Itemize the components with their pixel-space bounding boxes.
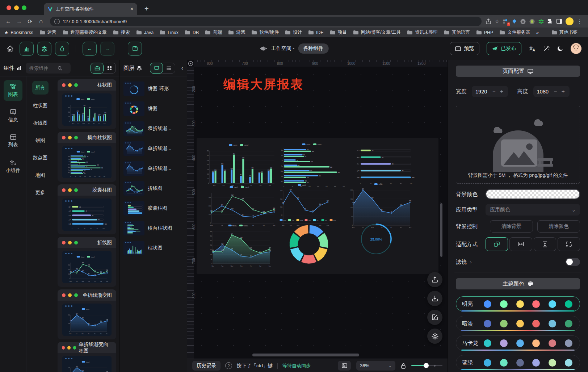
extensions-puzzle-icon[interactable] — [547, 19, 553, 24]
width-stepper[interactable]: 1920 − ＋ — [472, 86, 508, 97]
theme-color-dot[interactable] — [565, 359, 572, 367]
decrement-icon[interactable]: − — [492, 88, 496, 95]
settings-gear-icon[interactable] — [427, 329, 442, 344]
lock-icon[interactable] — [401, 363, 406, 369]
bookmarks-manager[interactable]: ★ Bookmarks — [4, 30, 33, 35]
theme-color-dot[interactable] — [549, 339, 556, 347]
undo-button[interactable]: ← — [83, 42, 97, 56]
theme-row-bluegreen[interactable]: 蓝绿 — [456, 355, 580, 370]
category-map[interactable]: 地图 — [33, 169, 47, 181]
theme-color-dot[interactable] — [532, 320, 540, 327]
layer-item-pie[interactable]: 饼图 — [123, 101, 183, 116]
canvas-chart-hbar[interactable]: data1data2050100150200250300350Sun130160… — [278, 143, 349, 187]
extension-dot-icon[interactable] — [529, 19, 535, 24]
layer-item-dual-line-gradient[interactable]: 双折线渐... — [123, 121, 183, 136]
canvas-chart-area-dual[interactable]: data1data2501001502002503003500MonTueWed… — [207, 224, 272, 267]
theme-color-dot[interactable] — [500, 300, 508, 308]
import-icon[interactable] — [427, 291, 442, 306]
fit-stretch-button[interactable] — [558, 237, 580, 251]
theme-row-dim[interactable]: 暗淡 — [456, 316, 580, 331]
layer-item-single-line-gradient-2[interactable]: 单折线渐... — [123, 161, 183, 176]
theme-color-dot[interactable] — [549, 320, 556, 327]
profile-avatar[interactable] — [566, 17, 574, 25]
fit-height-button[interactable] — [534, 237, 556, 251]
bookmark-folder[interactable]: 运营 — [39, 29, 56, 35]
edit-icon[interactable] — [427, 310, 442, 325]
theme-color-dot[interactable] — [484, 320, 491, 327]
zoom-select[interactable]: 36%⌄ — [356, 361, 395, 371]
layer-item-capsule[interactable]: 胶囊柱图 — [123, 201, 183, 216]
big-screen-panel[interactable]: data1data2501001502002503003500MonTueWed… — [197, 138, 438, 274]
new-tab-button[interactable]: ＋ — [137, 4, 150, 15]
layer-item-bar[interactable]: 柱状图 — [123, 241, 183, 255]
bookmark-folder[interactable]: Java — [136, 29, 154, 35]
category-line[interactable]: 折线图 — [31, 117, 50, 129]
view-toggle-components[interactable] — [91, 63, 104, 74]
canvas-hscrollbar[interactable] — [252, 354, 359, 356]
bookmark-folder[interactable]: IDE — [308, 29, 324, 35]
layer-item-line[interactable]: 折线图 — [123, 181, 183, 196]
canvas-chart-line-dual[interactable]: data1data21002003000MonTueWedThuFriSatSu… — [205, 186, 276, 226]
bookmark-folder[interactable]: 设计 — [285, 29, 302, 35]
window-zoom-button[interactable] — [22, 5, 26, 10]
component-search[interactable] — [26, 63, 71, 74]
export-icon[interactable] — [427, 272, 442, 287]
dark-mode-moon-icon[interactable] — [557, 45, 563, 52]
view-toggle-grid[interactable] — [103, 63, 116, 73]
canvas-chart-pie[interactable]: MonTueWedThuFriSatSun — [271, 218, 347, 265]
category-scatter[interactable]: 散点图 — [31, 152, 50, 164]
site-info-icon[interactable]: i — [54, 19, 60, 24]
layout-panel-icon[interactable] — [338, 361, 351, 371]
theme-color-header[interactable]: 主题颜色 — [456, 278, 580, 289]
nav-item-widgets[interactable]: 小组件 — [4, 156, 22, 177]
theme-color-dot[interactable] — [549, 359, 556, 367]
theme-color-dot[interactable] — [565, 320, 572, 327]
decrement-icon[interactable]: − — [554, 88, 557, 95]
layer-view-list[interactable] — [163, 63, 175, 73]
bookmark-folder[interactable]: 软件/硬件 — [251, 29, 278, 35]
browser-tab[interactable]: 工作空间-各种组件 ✕ — [44, 3, 137, 15]
component-card-hbar[interactable]: 横向柱状图 data1data2050100150200250300350Sun… — [58, 132, 116, 182]
page-config-header[interactable]: 页面配置 — [456, 66, 580, 77]
theme-color-dot[interactable] — [500, 339, 508, 347]
theme-row-macaron[interactable]: 马卡龙 — [456, 335, 580, 351]
magic-wand-icon[interactable] — [543, 45, 550, 52]
bg-color-swatch[interactable] — [486, 189, 580, 199]
theme-row-bright[interactable]: 明亮 — [456, 296, 580, 312]
search-input[interactable] — [29, 65, 56, 71]
component-card-bar[interactable]: 柱状图 data1data21002003000MonTueWedThuFriS… — [58, 79, 116, 129]
home-icon[interactable]: ⌂ — [36, 18, 46, 25]
bookmark-folder[interactable]: 资讯未整理 — [407, 29, 438, 35]
layer-item-pie-ring[interactable]: 饼图-环形 — [123, 81, 183, 96]
bookmark-folder[interactable]: 近期需要读的文章 — [63, 29, 107, 35]
height-stepper[interactable]: 1080 − ＋ — [533, 86, 570, 97]
component-card-line[interactable]: 折线图 data1data21002003000MonTueWedThuFriS… — [58, 237, 116, 287]
menu-kebab-icon[interactable]: ⋮ — [577, 18, 582, 24]
translate-icon[interactable]: 文A — [529, 45, 536, 52]
increment-icon[interactable]: ＋ — [499, 88, 504, 95]
bookmark-folder[interactable]: 前端 — [205, 29, 222, 35]
user-avatar[interactable] — [571, 43, 581, 54]
extension-badge-icon[interactable]: 9 — [503, 19, 508, 24]
bookmark-star-icon[interactable]: ☆ — [495, 18, 499, 24]
category-all[interactable]: 所有 — [32, 81, 49, 95]
layers-mode-button[interactable] — [37, 42, 51, 56]
canvas-heading-text[interactable]: 编辑大屏报表 — [223, 76, 304, 93]
forward-icon[interactable]: → — [14, 18, 24, 25]
publish-button[interactable]: 已发布 — [487, 42, 521, 55]
layer-item-single-line-gradient-1[interactable]: 单折线渐... — [123, 141, 183, 156]
nav-item-info[interactable]: A 信息 — [4, 105, 22, 126]
theme-color-dot[interactable] — [532, 339, 540, 347]
theme-color-dot[interactable] — [516, 300, 524, 308]
category-bar[interactable]: 柱状图 — [31, 100, 50, 112]
theme-color-dot[interactable] — [565, 339, 572, 347]
clear-background-button[interactable]: 清除背景 — [490, 220, 533, 233]
theme-color-dot[interactable] — [484, 339, 491, 347]
bookmark-folder[interactable]: 项目 — [330, 29, 347, 35]
canvas-vscrollbar[interactable] — [440, 203, 442, 257]
bookmark-folder[interactable]: PHP — [476, 29, 494, 35]
layer-item-hbar[interactable]: 横向柱状图 — [123, 221, 183, 235]
theme-color-dot[interactable] — [500, 320, 508, 327]
history-button[interactable]: 历史记录 — [192, 361, 220, 371]
component-card-capsule[interactable]: 胶囊柱图 厦门20南阳40北京60上海80新疆100020406080100 — [58, 184, 116, 234]
